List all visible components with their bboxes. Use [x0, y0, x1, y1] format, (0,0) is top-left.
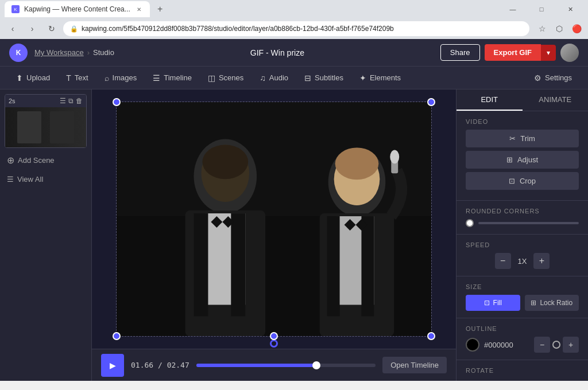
address-text: kapwing.com/5f5b470912dd8f008b3b7788/stu… — [82, 25, 394, 33]
subtitles-button[interactable]: ⊟ Subtitles — [297, 71, 350, 85]
workspace-link[interactable]: My Workspace — [34, 48, 84, 57]
images-button[interactable]: ⌕ Images — [98, 71, 144, 85]
outline-decrease-button[interactable]: − — [534, 337, 550, 353]
speed-increase-button[interactable]: + — [533, 253, 550, 269]
total-time: 02.47 — [167, 361, 189, 369]
size-section: SIZE ⊡ Fill ⊞ Lock Ratio — [457, 276, 588, 318]
address-bar-right: ☆ ⬡ 🔴 — [535, 22, 583, 36]
trim-button[interactable]: ✂ Trim — [466, 130, 579, 147]
forward-button[interactable]: › — [24, 21, 40, 37]
upload-label: Upload — [26, 73, 50, 82]
export-button[interactable]: Export GIF — [485, 44, 541, 61]
resize-handle-tr[interactable] — [427, 98, 435, 106]
adjust-button[interactable]: ⊞ Adjust — [466, 151, 579, 169]
export-dropdown-button[interactable]: ▾ — [541, 45, 556, 61]
resize-handle-tl[interactable] — [113, 98, 121, 106]
account-icon[interactable]: 🔴 — [570, 22, 583, 36]
title-bar-left: K Kapwing — Where Content Crea... ✕ + — [5, 1, 168, 17]
outline-buttons: − + — [534, 337, 579, 353]
speed-row: − 1X + — [466, 253, 579, 269]
images-icon: ⌕ — [105, 73, 109, 83]
lock-ratio-button[interactable]: ⊞ Lock Ratio — [525, 295, 579, 311]
scene-duplicate-button[interactable]: ⧉ — [68, 97, 74, 105]
tab-edit[interactable]: EDIT — [457, 89, 523, 111]
add-scene-button[interactable]: ⊕ Add Scene — [5, 153, 87, 168]
audio-icon: ♫ — [260, 73, 266, 83]
scenes-label: Scenes — [219, 73, 243, 82]
scene-delete-button[interactable]: 🗑 — [76, 97, 83, 105]
elements-label: Elements — [370, 73, 401, 82]
settings-button[interactable]: ⚙ Settings — [527, 71, 579, 85]
video-section: VIDEO ✂ Trim ⊞ Adjust ⊡ Crop — [457, 111, 588, 201]
canvas-area — [92, 89, 456, 349]
window-controls: — □ ✕ — [500, 0, 583, 18]
extensions-icon[interactable]: ⬡ — [552, 22, 566, 36]
rounded-corners-section: ROUNDED CORNERS — [457, 201, 588, 235]
minimize-button[interactable]: — — [500, 0, 526, 18]
browser-chrome: K Kapwing — Where Content Crea... ✕ + — … — [0, 0, 588, 39]
time-display: 01.66 / 02.47 — [131, 361, 189, 369]
reload-button[interactable]: ↻ — [44, 21, 60, 37]
view-all-label: View All — [17, 175, 43, 184]
user-avatar[interactable] — [560, 44, 579, 62]
main-content: 2s ☰ ⧉ 🗑 — [0, 89, 588, 381]
back-button[interactable]: ‹ — [5, 21, 21, 37]
resize-handle-bc[interactable] — [270, 332, 278, 340]
new-tab-button[interactable]: + — [152, 1, 168, 17]
svg-point-15 — [335, 147, 379, 180]
play-button[interactable]: ▶ — [101, 354, 124, 377]
scene-card[interactable]: 2s ☰ ⧉ 🗑 — [5, 94, 87, 148]
rounded-corners-track[interactable] — [478, 222, 579, 224]
topbar-logo: K — [9, 44, 28, 62]
scene-actions: ☰ ⧉ 🗑 — [60, 97, 83, 105]
outline-section-label: OUTLINE — [466, 325, 579, 332]
time-separator: / — [158, 361, 167, 369]
open-timeline-button[interactable]: Open Timeline — [382, 357, 447, 373]
tab-animate[interactable]: ANIMATE — [523, 89, 589, 111]
outline-increase-button[interactable]: + — [563, 337, 579, 353]
share-button[interactable]: Share — [440, 44, 480, 61]
canvas-wrapper — [116, 102, 432, 337]
resize-handle-bl[interactable] — [113, 332, 121, 340]
trim-icon: ✂ — [509, 134, 516, 143]
subtitles-label: Subtitles — [315, 73, 343, 82]
upload-button[interactable]: ⬆ Upload — [9, 71, 57, 85]
logo-icon: K — [9, 44, 28, 62]
breadcrumb: My Workspace › Studio — [34, 48, 114, 57]
crop-button[interactable]: ⊡ Crop — [466, 172, 579, 190]
scenes-button[interactable]: ◫ Scenes — [201, 71, 250, 85]
text-icon: T — [66, 73, 71, 83]
timeline-button[interactable]: ☰ Timeline — [146, 71, 199, 85]
timeline-thumb[interactable] — [312, 361, 320, 369]
lock-icon: 🔒 — [70, 25, 78, 33]
timeline-track[interactable] — [196, 364, 376, 367]
speed-value: 1X — [518, 257, 527, 266]
subtitles-icon: ⊟ — [304, 73, 311, 83]
view-all-icon: ☰ — [7, 175, 14, 184]
fill-button[interactable]: ⊡ Fill — [466, 295, 520, 311]
svg-rect-12 — [327, 216, 340, 316]
speed-decrease-button[interactable]: − — [495, 253, 511, 269]
elements-button[interactable]: ✦ Elements — [353, 71, 408, 85]
active-tab[interactable]: K Kapwing — Where Content Crea... ✕ — [5, 1, 150, 17]
rotate-section-label: ROTATE — [457, 360, 588, 376]
add-scene-icon: ⊕ — [7, 155, 14, 166]
timeline-label: Timeline — [164, 73, 192, 82]
scene-menu-button[interactable]: ☰ — [60, 97, 66, 105]
address-input[interactable]: 🔒 kapwing.com/5f5b470912dd8f008b3b7788/s… — [63, 21, 529, 36]
view-all-button[interactable]: ☰ View All — [5, 173, 87, 186]
maximize-button[interactable]: □ — [528, 0, 555, 18]
settings-icon: ⚙ — [534, 73, 541, 83]
text-button[interactable]: T Text — [59, 71, 95, 85]
resize-handle-br[interactable] — [427, 332, 435, 340]
audio-button[interactable]: ♫ Audio — [253, 71, 295, 85]
center-column: ▶ 01.66 / 02.47 Open Timeline — [92, 89, 456, 381]
close-button[interactable]: ✕ — [557, 0, 583, 18]
add-scene-label: Add Scene — [18, 156, 55, 165]
tab-title: Kapwing — Where Content Crea... — [24, 5, 130, 13]
outline-color-swatch[interactable] — [466, 338, 479, 352]
export-button-group: Export GIF ▾ — [485, 44, 556, 61]
tab-close-button[interactable]: ✕ — [135, 5, 143, 13]
elements-icon: ✦ — [359, 73, 366, 83]
bookmark-icon[interactable]: ☆ — [535, 22, 549, 36]
